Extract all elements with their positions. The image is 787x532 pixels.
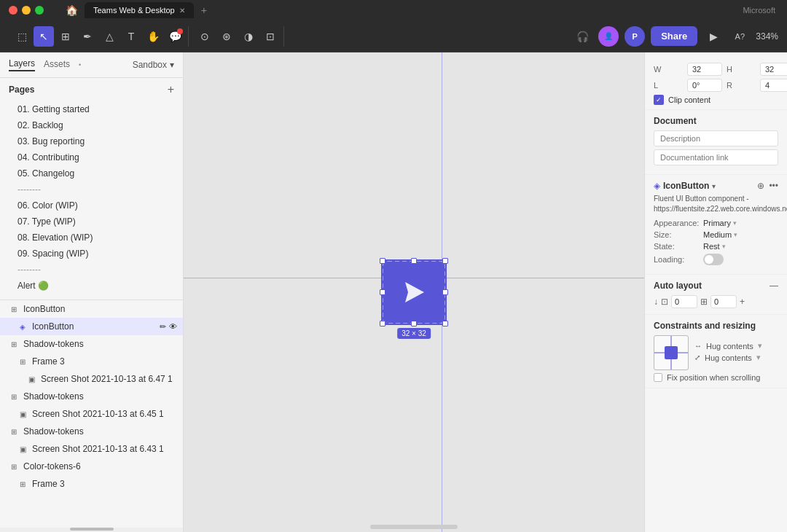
handle-bl[interactable]	[380, 321, 385, 326]
text-tool[interactable]: T	[121, 26, 141, 47]
layer-label: Shadow-tokens	[23, 339, 84, 349]
select-tool[interactable]: ↖	[34, 26, 54, 47]
layer-shadow-1[interactable]: ⊞ Shadow-tokens	[0, 335, 183, 353]
layer-screenshot-2[interactable]: ▣ Screen Shot 2021-10-13 at 6.45 1	[0, 405, 183, 423]
add-page-button[interactable]: +	[168, 84, 174, 95]
doc-link-input[interactable]	[654, 149, 778, 165]
hand-tool[interactable]: ✋	[143, 26, 163, 47]
tool-group-main: ⬚ ↖ ⊞ ✒ △ T ✋ 💬	[9, 26, 189, 47]
layer-label: Screen Shot 2021-10-13 at 6.47 1	[41, 374, 173, 384]
page-07[interactable]: 07. Type (WIP)	[9, 214, 174, 230]
canvas-component[interactable]: 32 × 32	[382, 260, 446, 324]
share-button[interactable]: Share	[651, 26, 697, 46]
al-spacing-input[interactable]	[671, 295, 697, 308]
layer-screenshot-1[interactable]: ▣ Screen Shot 2021-10-13 at 6.47 1	[0, 370, 183, 388]
state-label: State:	[654, 242, 703, 251]
add-al-icon[interactable]: +	[740, 297, 745, 307]
wrap-icon[interactable]: ⊡	[661, 297, 668, 307]
more-tool[interactable]: ⊡	[260, 26, 281, 47]
team-avatar[interactable]: P	[624, 26, 645, 47]
page-08[interactable]: 08. Elevation (WIP)	[9, 230, 174, 246]
handle-tm[interactable]	[411, 258, 417, 264]
page-06[interactable]: 06. Color (WIP)	[9, 197, 174, 214]
appearance-value[interactable]: Primary ▾	[703, 219, 737, 227]
component-more-icon[interactable]: •••	[769, 181, 778, 191]
play-button[interactable]: ▶	[703, 26, 724, 47]
titlebar: 🏠 Teams Web & Desktop ✕ + Microsoft	[0, 0, 787, 20]
layer-iconbutton-comp[interactable]: ◈ IconButton ✏ 👁	[0, 318, 183, 335]
plugin-tool[interactable]: ⊛	[216, 26, 237, 47]
description-input[interactable]	[654, 130, 778, 146]
shape-tool[interactable]: △	[99, 26, 120, 47]
handle-tr[interactable]	[442, 258, 448, 264]
fix-position-row: Fix position when scrolling	[654, 373, 778, 382]
w-input[interactable]	[687, 63, 722, 76]
layer-frame3[interactable]: ⊞ Frame 3	[0, 353, 183, 370]
hug-v-row: ⤢ Hug contents ▾	[694, 353, 762, 362]
maximize-button[interactable]	[35, 6, 44, 15]
sandbox-selector[interactable]: Sandbox ▾	[133, 60, 174, 70]
page-04[interactable]: 04. Contributing	[9, 149, 174, 165]
padding-icon[interactable]: ⊞	[700, 297, 708, 307]
layer-color-tokens[interactable]: ⊞ Color-tokens-6	[0, 458, 183, 475]
l-label: L	[654, 81, 683, 90]
comment-tool[interactable]: 💬	[165, 26, 185, 47]
canvas[interactable]: 32 × 32	[184, 52, 644, 532]
hug-v-value[interactable]: Hug contents	[705, 353, 752, 362]
zoom-level[interactable]: 334%	[756, 31, 778, 42]
h-input[interactable]	[760, 63, 787, 76]
page-05[interactable]: 05. Changelog	[9, 165, 174, 181]
component-link-icon[interactable]: ⊕	[757, 181, 764, 191]
panel-header: Layers Assets • Sandbox ▾	[0, 52, 183, 78]
layer-frame3-2[interactable]: ⊞ Frame 3	[0, 475, 183, 493]
layer-shadow-2[interactable]: ⊞ Shadow-tokens	[0, 388, 183, 405]
theme-tool[interactable]: ◑	[238, 26, 259, 47]
auto-layout-remove[interactable]: —	[770, 281, 778, 291]
minimize-button[interactable]	[22, 6, 31, 15]
size-value[interactable]: Medium ▾	[703, 230, 737, 239]
state-value[interactable]: Rest ▾	[703, 242, 726, 251]
active-tab[interactable]: Teams Web & Desktop ✕	[85, 2, 194, 18]
l-input[interactable]	[687, 79, 722, 92]
layer-label: Frame 3	[32, 479, 65, 489]
fix-position-checkbox[interactable]	[654, 373, 662, 382]
layer-iconbutton-frame[interactable]: ⊞ IconButton	[0, 300, 183, 318]
page-01[interactable]: 01. Getting started	[9, 101, 174, 117]
component-tool[interactable]: ⊙	[195, 26, 215, 47]
page-03[interactable]: 03. Bug reporting	[9, 133, 174, 149]
pen-tool[interactable]: ✒	[77, 26, 98, 47]
handle-br[interactable]	[442, 321, 448, 326]
al-padding-input[interactable]	[710, 295, 737, 308]
page-alert[interactable]: Alert 🟢	[9, 278, 174, 294]
tab-assets[interactable]: Assets	[44, 59, 70, 71]
loading-toggle[interactable]	[703, 254, 724, 265]
handle-bm[interactable]	[411, 321, 417, 326]
layer-screenshot-3[interactable]: ▣ Screen Shot 2021-10-13 at 6.43 1	[0, 440, 183, 458]
layer-visibility-icon[interactable]: 👁	[169, 322, 177, 332]
close-tab-icon[interactable]: ✕	[179, 7, 185, 15]
close-button[interactable]	[9, 6, 17, 15]
clip-content-checkbox[interactable]: ✓	[654, 95, 664, 105]
headphones-icon[interactable]: 🎧	[572, 26, 592, 47]
tab-layers[interactable]: Layers	[9, 58, 35, 71]
page-02[interactable]: 02. Backlog	[9, 117, 174, 133]
canvas-scrollbar[interactable]	[370, 525, 458, 529]
right-panel: W H L R ✓ Clip content Document	[644, 52, 787, 532]
home-icon[interactable]: 🏠	[61, 0, 82, 20]
image-icon: ▣	[17, 410, 28, 418]
font-inspector[interactable]: A?	[729, 26, 750, 47]
layer-action-edit[interactable]: ✏	[160, 322, 166, 332]
direction-icon[interactable]: ↓	[654, 297, 658, 307]
move-tool[interactable]: ⬚	[12, 26, 32, 47]
page-09[interactable]: 09. Spacing (WIP)	[9, 246, 174, 262]
layer-shadow-3[interactable]: ⊞ Shadow-tokens	[0, 423, 183, 440]
handle-rm[interactable]	[442, 289, 448, 295]
new-tab-button[interactable]: +	[197, 3, 211, 17]
handle-tl[interactable]	[380, 258, 385, 264]
hug-h-value[interactable]: Hug contents	[706, 342, 753, 351]
r-input[interactable]	[760, 79, 787, 92]
frame-tool[interactable]: ⊞	[55, 26, 76, 47]
handle-lm[interactable]	[380, 289, 385, 295]
user-avatar[interactable]: 👤	[598, 26, 619, 47]
iconbutton-component[interactable]: 32 × 32	[382, 260, 446, 324]
